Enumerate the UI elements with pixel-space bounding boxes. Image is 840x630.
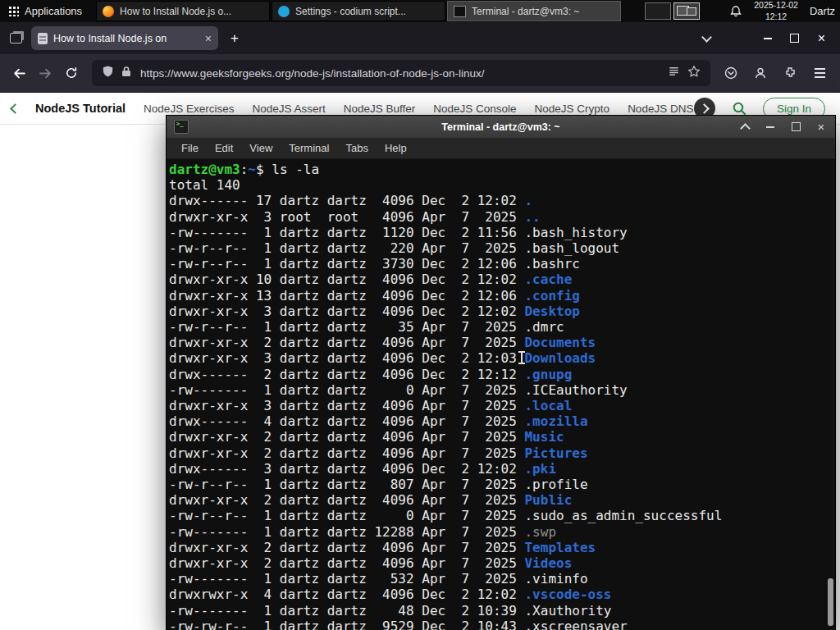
clock: 2025-12-02 12:12 — [754, 0, 798, 21]
reload-icon[interactable] — [59, 61, 84, 85]
pocket-icon[interactable] — [719, 61, 743, 85]
terminal-line: -rw------- 1 dartz dartz 532 Apr 7 2025 … — [169, 571, 835, 587]
applications-grid-icon — [8, 6, 19, 16]
site-nav-item[interactable]: NodeJS Console — [433, 103, 516, 115]
top-panel: Applications How to Install Node.js o...… — [0, 0, 840, 22]
terminal-menu-terminal[interactable]: Terminal — [281, 142, 337, 154]
applications-label: Applications — [25, 5, 82, 17]
prompt-user: dartz@vm3 — [169, 162, 240, 177]
user-label: Dartz — [810, 5, 835, 17]
terminal-line: drwxr-xr-x 2 dartz dartz 4096 Apr 7 2025… — [169, 335, 835, 350]
total-line: total 140 — [169, 177, 835, 193]
taskbar-item[interactable]: Settings - codium script... — [272, 1, 445, 21]
terminal-line: -rw-r--r-- 1 dartz dartz 0 Apr 7 2025 .s… — [169, 508, 835, 523]
firefox-view-icon[interactable] — [5, 28, 26, 49]
terminal-scrollbar[interactable] — [828, 578, 833, 626]
notifications-bell-icon[interactable] — [729, 5, 742, 18]
workspace-2[interactable] — [673, 2, 700, 20]
terminal-shade-icon[interactable] — [738, 120, 751, 135]
terminal-line: drwxr-xr-x 13 dartz dartz 4096 Dec 2 12:… — [169, 288, 835, 304]
back-icon[interactable] — [7, 61, 31, 85]
terminal-line: drwxr-xr-x 2 dartz dartz 4096 Apr 7 2025… — [169, 492, 835, 508]
toolbar-right-icons — [719, 61, 832, 85]
taskbar-item-label: How to Install Node.js o... — [120, 6, 231, 17]
url-input[interactable] — [139, 66, 660, 80]
codium-icon — [278, 6, 290, 17]
terminal-minimize-icon[interactable] — [764, 120, 777, 135]
list-all-tabs-icon[interactable] — [695, 27, 718, 50]
new-tab-button[interactable]: + — [223, 27, 246, 50]
account-icon[interactable] — [748, 61, 773, 85]
browser-close-button[interactable]: × — [808, 22, 835, 54]
site-nav-item[interactable]: NodeJS Buffer — [344, 103, 416, 115]
reader-mode-icon[interactable] — [668, 66, 680, 81]
terminal-line: -rw------- 1 dartz dartz 12288 Apr 7 202… — [169, 524, 835, 540]
clock-date: 2025-12-02 — [754, 0, 798, 11]
terminal-line: -rw-rw-r-- 1 dartz dartz 9529 Dec 2 10:4… — [169, 619, 835, 630]
firefox-icon — [103, 6, 114, 17]
prompt-path: ~ — [248, 162, 256, 177]
terminal-line: drwxr-xr-x 10 dartz dartz 4096 Dec 2 12:… — [169, 272, 835, 287]
prompt-line: dartz@vm3:~$ ls -la — [169, 162, 835, 177]
site-nav-item[interactable]: NodeJS Exercises — [144, 103, 234, 115]
taskbar-item[interactable]: Terminal - dartz@vm3: ~ — [447, 1, 621, 21]
terminal-line: drwxrwxr-x 4 dartz dartz 4096 Dec 2 12:0… — [169, 587, 835, 602]
terminal-menu-edit[interactable]: Edit — [207, 142, 241, 154]
terminal-line: drwxr-xr-x 2 dartz dartz 4096 Apr 7 2025… — [169, 555, 835, 571]
terminal-menubar: FileEditViewTerminalTabsHelp — [167, 138, 835, 159]
bookmark-star-icon[interactable] — [687, 65, 701, 81]
terminal-line: drwxr-xr-x 3 dartz dartz 4096 Apr 7 2025… — [169, 398, 835, 413]
terminal-line: -rw-r--r-- 1 dartz dartz 3730 Dec 2 12:0… — [169, 256, 835, 272]
terminal-line: drwxr-xr-x 3 root root 4096 Apr 7 2025 .… — [169, 209, 835, 225]
terminal-titlebar[interactable]: Terminal - dartz@vm3: ~ × — [167, 116, 835, 138]
terminal-menu-tabs[interactable]: Tabs — [337, 142, 376, 154]
extensions-icon[interactable] — [778, 61, 802, 85]
applications-menu-button[interactable]: Applications — [0, 0, 90, 22]
terminal-line: drwxr-xr-x 3 dartz dartz 4096 Dec 2 12:0… — [169, 304, 835, 319]
nav-scroll-left-icon[interactable] — [10, 103, 21, 114]
terminal-menu-view[interactable]: View — [241, 142, 281, 154]
terminal-line: drwx------ 4 dartz dartz 4096 Apr 7 2025… — [169, 413, 835, 429]
taskbar-item[interactable]: How to Install Node.js o... — [96, 1, 270, 21]
terminal-close-icon[interactable]: × — [815, 120, 828, 135]
terminal-line: -rw-r--r-- 1 dartz dartz 35 Apr 7 2025 .… — [169, 319, 835, 335]
terminal-line: drwx------ 17 dartz dartz 4096 Dec 2 12:… — [169, 193, 835, 208]
browser-tab[interactable]: How to Install Node.js on × — [31, 26, 218, 50]
site-nav-item[interactable]: NodeJS Tutorial — [35, 102, 126, 115]
command-text: ls -la — [272, 162, 319, 177]
mouse-cursor — [518, 351, 526, 364]
lock-icon[interactable] — [121, 66, 131, 80]
site-nav-item[interactable]: NodeJS DNS — [628, 103, 693, 115]
terminal-output[interactable]: dartz@vm3:~$ ls -la total 140 drwx------… — [167, 159, 835, 630]
tab-close-icon[interactable]: × — [205, 33, 212, 44]
url-bar[interactable] — [92, 60, 710, 86]
terminal-line: drwxr-xr-x 2 dartz dartz 4096 Apr 7 2025… — [169, 429, 835, 445]
tab-title: How to Install Node.js on — [53, 33, 199, 44]
terminal-listing: drwx------ 17 dartz dartz 4096 Dec 2 12:… — [169, 193, 835, 630]
terminal-line: -rw-r--r-- 1 dartz dartz 807 Apr 7 2025 … — [169, 477, 835, 492]
taskbar: How to Install Node.js o...Settings - co… — [95, 0, 622, 22]
workspace-1[interactable] — [645, 2, 671, 20]
terminal-icon — [454, 6, 466, 17]
terminal-window: Terminal - dartz@vm3: ~ × FileEditViewTe… — [166, 115, 836, 630]
menu-icon[interactable] — [807, 61, 832, 85]
browser-tab-bar: How to Install Node.js on × + × — [0, 22, 840, 54]
terminal-line: drwxr-xr-x 2 dartz dartz 4096 Apr 7 2025… — [169, 445, 835, 461]
terminal-line: drwx------ 2 dartz dartz 4096 Dec 2 12:1… — [169, 367, 835, 382]
tracking-shield-icon[interactable] — [102, 65, 114, 81]
search-icon[interactable] — [732, 101, 746, 116]
terminal-menu-file[interactable]: File — [173, 142, 207, 154]
terminal-menu-help[interactable]: Help — [377, 142, 415, 154]
terminal-line: -rw------- 1 dartz dartz 0 Apr 7 2025 .I… — [169, 382, 835, 398]
taskbar-item-label: Settings - codium script... — [295, 6, 406, 17]
site-nav-item[interactable]: NodeJS Assert — [252, 103, 325, 115]
terminal-maximize-icon[interactable] — [789, 120, 802, 135]
terminal-title: Terminal - dartz@vm3: ~ — [167, 121, 835, 133]
forward-icon[interactable] — [33, 61, 57, 85]
clock-time: 12:12 — [754, 11, 798, 22]
site-nav-item[interactable]: NodeJS Crypto — [535, 103, 610, 115]
terminal-line: drwxr-xr-x 2 dartz dartz 4096 Apr 7 2025… — [169, 540, 835, 555]
browser-maximize-button[interactable] — [781, 22, 808, 54]
browser-minimize-button[interactable] — [754, 22, 781, 54]
taskbar-item-label: Terminal - dartz@vm3: ~ — [472, 6, 579, 17]
